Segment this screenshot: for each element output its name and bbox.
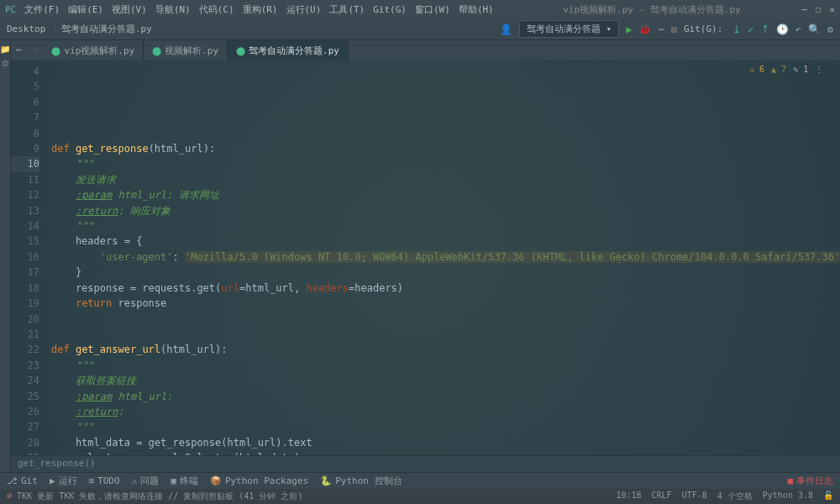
line-gutter[interactable]: 4567891011121314151617181920212223242526… [11,60,45,455]
bottom-tool-bar: ⎇ Git ▶ 运行 ≡ TODO ⚠ 问题 ▣ 终端 📦 Python Pac… [0,472,840,489]
git-push-icon[interactable]: ⤒ [761,24,769,35]
tab-exam[interactable]: ⬤驾考自动满分答题.py [228,40,349,60]
tw-run[interactable]: ▶ 运行 [50,475,77,487]
breadcrumb[interactable]: Desktop [7,24,45,34]
inspections-more-icon[interactable]: ⋮ [815,62,823,77]
weak-warning-count: ▲ 7 [771,62,786,77]
menu-code[interactable]: 代码(C) [199,3,234,16]
history-icon[interactable]: 🕑 [776,24,789,35]
menu-file[interactable]: 文件(F) [24,3,60,16]
structure-tool-button[interactable]: ⧉ [0,60,10,66]
warning-count: ⚠ 6 [749,62,764,77]
typo-count: ✎ 1 [793,62,808,77]
user-icon[interactable]: 👤 [500,24,512,35]
back-icon[interactable]: ← [11,40,27,60]
code-content[interactable]: ⚠ 6 ▲ 7 ✎ 1 ⋮ def get_response(html_url)… [45,60,840,455]
line-separator[interactable]: CRLF [652,491,672,502]
tw-problems[interactable]: ⚠ 问题 [132,475,160,487]
menu-help[interactable]: 帮助(H) [459,3,494,16]
error-icon[interactable]: ⊘ [7,491,12,502]
python-file-icon: ⬤ [152,46,161,55]
menu-git[interactable]: Git(G) [373,4,407,15]
project-tool-button[interactable]: 📁 [1,44,10,54]
file-encoding[interactable]: UTF-8 [682,491,707,502]
lock-icon[interactable]: 🔓 [823,491,833,502]
navigation-bar: Desktop › 驾考自动满分答题.py 👤 驾考自动满分答题 ▾ ▶ 🐞 ⋯… [0,18,840,40]
status-message[interactable]: TKK 更新 TKK 失败，请检查网络连接 // 复制到剪贴板 (41 分钟 之… [17,491,302,502]
forward-icon[interactable]: → [27,40,43,60]
indent-setting[interactable]: 4 个空格 [717,491,753,502]
menu-run[interactable]: 运行(U) [286,3,322,16]
tw-todo[interactable]: ≡ TODO [89,475,120,486]
left-gutter: 📁 ⧉ [0,40,10,472]
menu-edit[interactable]: 编辑(E) [68,3,103,16]
menu-tools[interactable]: 工具(T) [329,3,365,16]
menu-window[interactable]: 窗口(W) [415,3,450,16]
tw-console[interactable]: 🐍 Python 控制台 [320,475,402,487]
window-title: vip视频解析.py - 驾考自动满分答题.py [502,3,801,16]
tw-packages[interactable]: 📦 Python Packages [210,475,308,486]
logo-icon: PC [5,4,16,15]
run-icon[interactable]: ▶ [626,24,632,35]
status-bar: ⊘ TKK 更新 TKK 失败，请检查网络连接 // 复制到剪贴板 (41 分钟… [0,489,840,504]
caret-position[interactable]: 10:18 [616,491,641,502]
search-icon[interactable]: 🔍 [808,24,821,35]
titlebar: PC 文件(F) 编辑(E) 视图(V) 导航(N) 代码(C) 重构(R) 运… [0,0,840,18]
menu-refactor[interactable]: 重构(R) [243,3,278,16]
run-config-select[interactable]: 驾考自动满分答题 ▾ [519,20,619,38]
tab-video[interactable]: ⬤视频解析.py [144,40,228,60]
minimize-icon[interactable]: ─ [801,4,807,15]
stop-icon[interactable]: ■ [671,24,677,35]
settings-icon[interactable]: ⚙ [827,24,833,35]
tw-event-log[interactable]: ■ 事件日志 [787,475,833,487]
git-update-icon[interactable]: ⤓ [732,24,741,35]
python-file-icon: ⬤ [236,46,245,55]
more-run-icon[interactable]: ⋯ [658,24,664,35]
maximize-icon[interactable]: ☐ [816,4,822,15]
python-file-icon: ⬤ [51,46,60,55]
tw-terminal[interactable]: ▣ 终端 [171,475,198,487]
rollback-icon[interactable]: ↶ [795,24,801,35]
tw-git[interactable]: ⎇ Git [7,475,38,486]
code-editor[interactable]: 4567891011121314151617181920212223242526… [11,60,840,455]
editor-breadcrumb[interactable]: get_response() [11,455,840,472]
inspections-widget[interactable]: ⚠ 6 ▲ 7 ✎ 1 ⋮ [749,62,823,77]
close-icon[interactable]: ✕ [829,4,835,15]
editor-tabs: ← → ⬤vip视频解析.py ⬤视频解析.py ⬤驾考自动满分答题.py [11,40,840,60]
git-commit-icon[interactable]: ✓ [748,24,753,35]
python-interpreter[interactable]: Python 3.8 [763,491,813,502]
menu-view[interactable]: 视图(V) [112,3,147,16]
breadcrumb[interactable]: 驾考自动满分答题.py [61,23,152,35]
debug-icon[interactable]: 🐞 [638,24,651,35]
menu-navigate[interactable]: 导航(N) [155,3,191,16]
git-label: Git(G): [684,24,722,34]
tab-vip[interactable]: ⬤vip视频解析.py [43,40,144,60]
